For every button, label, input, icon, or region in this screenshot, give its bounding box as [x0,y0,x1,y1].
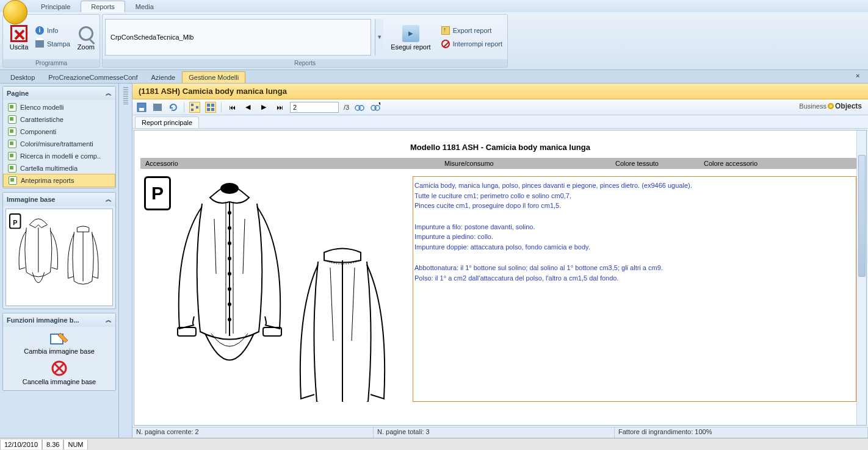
cambia-immagine-button[interactable]: Cambia immagine base [21,329,97,357]
page-number-input[interactable] [290,102,339,113]
report-toolbar: ⏮ ◀ ▶ ⏭ /3 ▾ Business Objects [132,99,868,115]
first-page-button[interactable]: ⏮ [226,102,237,113]
business-objects-logo: Business Objects [799,102,862,110]
image-thumbnail[interactable]: P [5,209,113,306]
shirt-technical-drawing-icon [144,176,400,402]
zoom-label: Zoom [78,43,95,51]
ws-tab-procreazione[interactable]: ProCreazioneCommesseConf [42,71,144,83]
svg-rect-12 [196,106,198,109]
svg-point-28 [228,212,231,214]
nav-label: Cartella multimedia [20,165,78,172]
binoculars-minus-icon: ▾ [371,102,380,112]
svg-point-31 [228,257,231,260]
find-button[interactable] [354,102,365,113]
desc-line: Impunture a filo: postone davanti, solin… [414,222,855,232]
report-name-field[interactable]: CrpConSchedaTecnica_Mlb [105,19,371,55]
description-box: Camicia body, manica lunga, polso, pince… [413,176,856,402]
ribbon-tab-reports[interactable]: Reports [81,1,125,12]
vertical-scrollbar[interactable] [856,130,866,425]
export-icon [441,26,450,35]
app-status-bar: 12/10/2010 8.36 NUM [0,438,868,450]
ws-tab-desktop[interactable]: Desktop [4,71,42,83]
ws-tab-gestione-modelli[interactable]: Gestione Modelli [182,71,245,83]
panel-header-immagine[interactable]: Immagine base ︽ [3,193,115,206]
status-date: 12/10/2010 [0,440,42,449]
splitter[interactable] [119,84,132,438]
nav-caratteristiche[interactable]: Caratteristiche [3,113,115,126]
desc-line: Pinces cucite cm1, proseguire dopo il fo… [414,201,855,211]
export-report-button[interactable]: Export report [438,24,505,37]
cambia-label: Cambia immagine base [24,348,95,355]
uscita-button[interactable]: Uscita [5,23,32,52]
p-badge: P [144,176,171,210]
export-label: Export report [453,27,492,34]
uscita-label: Uscita [10,43,29,51]
stop-icon [441,39,450,49]
garment-sketch: P [144,176,400,402]
scrollbar-thumb[interactable] [858,155,866,277]
ribbon-tab-media[interactable]: Media [125,1,164,12]
col-accessorio: Accessorio [145,160,444,167]
subtab-report-principale[interactable]: Report principale [135,116,199,128]
nav-label: Caratteristiche [20,116,63,123]
export-tool-button[interactable] [136,102,147,113]
content-area: (1181 ASH) Camicia body manica lunga ⏮ ◀… [132,84,868,438]
zoom-button[interactable]: Zoom [73,23,99,52]
svg-point-30 [228,242,231,245]
ws-tab-aziende[interactable]: Aziende [144,71,182,83]
nav-componenti[interactable]: Componenti [3,126,115,138]
page-icon [8,152,16,160]
zoom-icon [76,24,96,43]
zoom-tool-button[interactable]: ▾ [370,102,381,113]
chevron-up-icon: ︽ [106,195,112,204]
stampa-button[interactable]: Stampa [32,38,73,50]
panel-title-funzioni: Funzioni immagine b... [7,316,79,324]
nav-colori-misure[interactable]: Colori/misure/trattamenti [3,138,115,150]
panel-header-pagine[interactable]: Pagine ︽ [3,87,115,100]
page-icon [8,115,16,124]
nav-cartella-multimedia[interactable]: Cartella multimedia [3,162,115,174]
page-icon [8,140,16,148]
cancella-immagine-button[interactable]: Cancella immagine base [20,357,98,388]
panel-title-pagine: Pagine [7,90,29,97]
toggle-groups-button[interactable] [189,102,200,113]
bo-dot-icon [828,103,834,109]
interrompi-report-button[interactable]: Interrompi report [438,38,505,50]
last-page-button[interactable]: ⏭ [274,102,285,113]
svg-point-34 [228,303,231,305]
panel-header-funzioni[interactable]: Funzioni immagine b... ︽ [3,313,115,327]
prev-page-button[interactable]: ◀ [242,102,253,113]
page-icon [8,103,16,112]
ribbon-tab-principale[interactable]: Principale [31,1,81,12]
esegui-label: Esegui report [391,43,430,51]
save-icon [137,102,146,112]
info-button[interactable]: i Info [32,24,73,37]
grip-icon [123,87,128,105]
page-icon [9,176,17,185]
desc-line: Polso: il 1° a cm2 dall'attaccatura del … [414,273,855,284]
toggle-params-button[interactable] [205,102,216,113]
page-icon [8,164,16,173]
app-orb-button[interactable] [3,0,27,24]
ws-close-button[interactable]: × [856,72,864,80]
delete-icon [51,360,68,377]
nav-label: Componenti [20,128,56,135]
nav-label: Ricerca in modelli e comp.. [20,152,101,160]
next-page-button[interactable]: ▶ [258,102,269,113]
esegui-report-button[interactable]: Esegui report [387,23,434,52]
svg-text:P: P [13,218,17,226]
desc-line: Tutte le cuciture cm1; perimetro collo e… [414,191,855,201]
report-header: Modello 1181 ASH - Camicia body manica l… [140,143,860,152]
workspace-tabstrip: Desktop ProCreazioneCommesseConf Aziende… [0,70,868,84]
nav-ricerca[interactable]: Ricerca in modelli e comp.. [3,150,115,162]
report-viewport[interactable]: Modello 1181 ASH - Camicia body manica l… [134,130,867,426]
print-tool-button[interactable] [152,102,163,113]
nav-elenco-modelli[interactable]: Elenco modelli [3,101,115,113]
refresh-tool-button[interactable] [168,102,179,113]
nav-anteprima-reports[interactable]: Anteprima reports [3,174,115,187]
svg-rect-10 [191,104,193,106]
panel-immagine-base: Immagine base ︽ P [2,192,116,309]
report-dropdown-button[interactable]: ▾ [375,19,383,55]
info-icon: i [35,26,45,35]
group-label-programma: Programma [3,59,99,67]
